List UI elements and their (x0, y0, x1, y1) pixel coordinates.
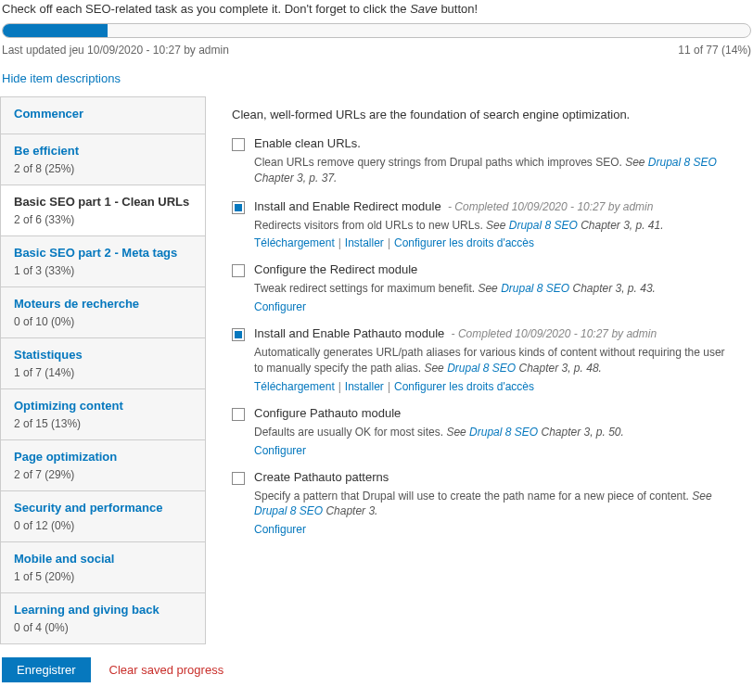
sidebar-item-learning[interactable]: Learning and giving back0 of 4 (0%) (1, 593, 205, 644)
task-title: Install and Enable Redirect module (254, 199, 441, 213)
sidebar-item-progress: 1 of 3 (33%) (14, 264, 74, 277)
task-action-link[interactable]: Configurer (254, 300, 306, 313)
task-links: Configurer (254, 523, 736, 536)
task-checkbox[interactable] (232, 328, 245, 341)
task-checkbox[interactable] (232, 264, 245, 277)
sidebar-item-progress: 2 of 8 (25%) (14, 162, 74, 175)
task-description: Specify a pattern that Drupal will use t… (254, 489, 736, 520)
task-row: Configure Pathauto module (232, 406, 736, 421)
task-description: Tweak redirect settings for maximum bene… (254, 281, 736, 297)
sidebar-item-progress: 1 of 7 (14%) (14, 366, 74, 379)
content-panel: Clean, well-formed URLs are the foundati… (206, 96, 753, 644)
task-action-link[interactable]: Téléchargement (254, 380, 335, 393)
sidebar-item-title: Page optimization (14, 450, 192, 464)
task-title: Create Pathauto patterns (254, 470, 389, 484)
sidebar-item-commencer[interactable]: Commencer (1, 97, 205, 134)
sidebar-item-title: Be efficient (14, 144, 192, 158)
hide-descriptions-link[interactable]: Hide item descriptions (2, 71, 121, 85)
task-list: Enable clean URLs.Clean URLs remove quer… (232, 136, 736, 536)
task-checkbox[interactable] (232, 408, 245, 421)
sidebar-item-mobile[interactable]: Mobile and social1 of 5 (20%) (1, 542, 205, 593)
sidebar-item-stats[interactable]: Statistiques1 of 7 (14%) (1, 338, 205, 389)
task-links: Configurer (254, 444, 736, 457)
progress-bar (2, 23, 751, 38)
content-intro: Clean, well-formed URLs are the foundati… (232, 108, 736, 121)
task-checkbox[interactable] (232, 472, 245, 485)
task-action-link[interactable]: Installer (345, 236, 384, 249)
task-title: Configure the Redirect module (254, 262, 417, 276)
task-row: Create Pathauto patterns (232, 470, 736, 485)
task-row: Install and Enable Redirect module - Com… (232, 199, 736, 214)
sidebar-item-progress: 0 of 10 (0%) (14, 315, 74, 328)
task-action-link[interactable]: Configurer les droits d'accès (394, 236, 534, 249)
book-link[interactable]: Drupal 8 SEO (254, 504, 323, 517)
progress-counter: 11 of 77 (14%) (678, 44, 751, 57)
intro-text: Check off each SEO-related task as you c… (0, 0, 753, 23)
task-title: Install and Enable Pathauto module (254, 326, 444, 340)
task-action-link[interactable]: Configurer (254, 523, 306, 536)
sidebar-item-page-opt[interactable]: Page optimization2 of 7 (29%) (1, 440, 205, 491)
task-links: Téléchargement|Installer|Configurer les … (254, 236, 736, 249)
sidebar-item-progress: 0 of 4 (0%) (14, 621, 69, 634)
book-link[interactable]: Drupal 8 SEO (648, 156, 717, 169)
progress-fill (3, 24, 108, 37)
task-status: - Completed 10/09/2020 - 10:27 by admin (445, 200, 654, 213)
task-links: Configurer (254, 300, 736, 313)
sidebar-item-title: Mobile and social (14, 552, 192, 566)
task-description: Defaults are usually OK for most sites. … (254, 425, 736, 440)
sidebar-item-basic-seo-2[interactable]: Basic SEO part 2 - Meta tags1 of 3 (33%) (1, 236, 205, 287)
sidebar-item-moteurs[interactable]: Moteurs de recherche0 of 10 (0%) (1, 287, 205, 338)
task-links: Téléchargement|Installer|Configurer les … (254, 380, 736, 393)
task-title: Enable clean URLs. (254, 136, 361, 150)
sidebar-item-title: Commencer (14, 107, 192, 121)
task-row: Install and Enable Pathauto module - Com… (232, 326, 736, 341)
task-checkbox[interactable] (232, 201, 245, 214)
sidebar-item-progress: 2 of 15 (13%) (14, 417, 81, 430)
book-link[interactable]: Drupal 8 SEO (447, 362, 516, 375)
sidebar-item-basic-seo-1[interactable]: Basic SEO part 1 - Clean URLs2 of 6 (33%… (1, 185, 205, 236)
task-checkbox[interactable] (232, 138, 245, 151)
sidebar-item-title: Moteurs de recherche (14, 297, 192, 311)
clear-progress-link[interactable]: Clear saved progress (109, 663, 224, 677)
task-title: Configure Pathauto module (254, 406, 401, 420)
last-updated: Last updated jeu 10/09/2020 - 10:27 by a… (2, 44, 229, 57)
sidebar-item-progress: 0 of 12 (0%) (14, 519, 74, 532)
task-description: Automatically generates URL/path aliases… (254, 345, 736, 376)
sidebar-item-title: Basic SEO part 1 - Clean URLs (14, 195, 192, 209)
task-action-link[interactable]: Téléchargement (254, 236, 335, 249)
book-link[interactable]: Drupal 8 SEO (501, 282, 569, 295)
meta-row: Last updated jeu 10/09/2020 - 10:27 by a… (0, 38, 753, 68)
task-row: Configure the Redirect module (232, 262, 736, 277)
sidebar-item-title: Statistiques (14, 348, 192, 362)
task-status: - Completed 10/09/2020 - 10:27 by admin (448, 327, 657, 340)
sidebar-item-be-efficient[interactable]: Be efficient2 of 8 (25%) (1, 134, 205, 185)
sidebar-item-security[interactable]: Security and performance0 of 12 (0%) (1, 491, 205, 542)
task-action-link[interactable]: Installer (345, 380, 384, 393)
sidebar-item-title: Security and performance (14, 501, 192, 515)
sidebar-item-progress: 2 of 7 (29%) (14, 468, 74, 481)
book-link[interactable]: Drupal 8 SEO (469, 426, 538, 439)
sidebar-item-progress: 1 of 5 (20%) (14, 570, 74, 583)
task-action-link[interactable]: Configurer (254, 444, 306, 457)
sidebar-item-opt-content[interactable]: Optimizing content2 of 15 (13%) (1, 389, 205, 440)
task-description: Clean URLs remove query strings from Dru… (254, 155, 736, 186)
task-description: Redirects visitors from old URLs to new … (254, 218, 736, 234)
sidebar-item-title: Learning and giving back (14, 603, 192, 617)
sidebar-item-title: Optimizing content (14, 399, 192, 413)
task-row: Enable clean URLs. (232, 136, 736, 151)
actions-row: Enregistrer Clear saved progress (0, 644, 753, 695)
book-link[interactable]: Drupal 8 SEO (509, 219, 578, 232)
task-action-link[interactable]: Configurer les droits d'accès (394, 380, 534, 393)
sidebar-item-progress: 2 of 6 (33%) (14, 213, 74, 226)
sidebar: CommencerBe efficient2 of 8 (25%)Basic S… (0, 96, 206, 644)
sidebar-item-title: Basic SEO part 2 - Meta tags (14, 246, 192, 260)
save-button[interactable]: Enregistrer (2, 657, 91, 682)
